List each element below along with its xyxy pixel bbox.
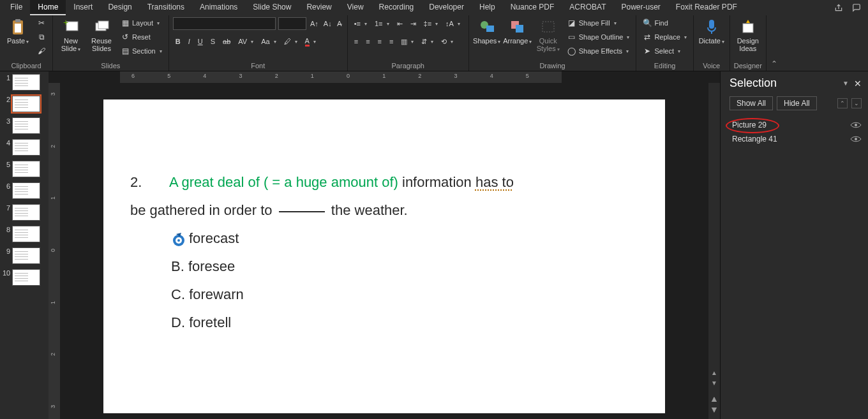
shadow-button[interactable]: S [208, 35, 218, 48]
slide-thumbnail-9[interactable] [12, 247, 40, 264]
selection-item[interactable]: Rectangle 41 [732, 132, 862, 146]
slide-thumbnail-3[interactable] [12, 117, 40, 134]
format-painter-button[interactable]: 🖌 [34, 45, 49, 57]
show-all-button[interactable]: Show All [730, 96, 773, 110]
reuse-slides-button[interactable]: Reuse Slides [87, 17, 116, 54]
shape-outline-button[interactable]: ▭Shape Outline [565, 31, 632, 43]
select-button[interactable]: ➤Select [640, 45, 689, 57]
menu-tab-power-user[interactable]: Power-user [613, 0, 668, 15]
align-left-button[interactable]: ≡ [352, 35, 361, 48]
selection-item[interactable]: Picture 29 [732, 118, 862, 132]
increase-indent-button[interactable]: ⇥ [408, 17, 419, 30]
replace-button[interactable]: ⇄Replace [640, 31, 689, 43]
visibility-toggle-icon[interactable] [850, 121, 862, 129]
justify-button[interactable]: ≡ [387, 35, 396, 48]
slide-thumbnail-6[interactable] [12, 182, 40, 199]
menu-tab-slide-show[interactable]: Slide Show [245, 0, 299, 15]
scroll-down-button[interactable]: ▼ [710, 379, 719, 388]
clear-format-button[interactable]: A̶ [336, 17, 343, 30]
numbering-button[interactable]: 1≡ [372, 17, 392, 30]
paste-button[interactable]: Paste [4, 17, 32, 47]
option-3[interactable]: C. forewarn [171, 281, 640, 309]
menu-tab-animations[interactable]: Animations [192, 0, 245, 15]
quick-styles-button[interactable]: Quick Styles [534, 17, 562, 55]
vertical-scrollbar[interactable]: ▲ ▼ ⯅ ⯆ [708, 83, 720, 419]
menu-tab-review[interactable]: Review [299, 0, 339, 15]
smartart-button[interactable]: ⟲ [438, 35, 456, 48]
menu-tab-transitions[interactable]: Transitions [140, 0, 192, 15]
decrease-font-button[interactable]: A↓ [322, 17, 333, 30]
bring-forward-button[interactable]: ⌃ [837, 98, 848, 108]
close-pane-button[interactable]: ✕ [854, 78, 862, 89]
increase-font-button[interactable]: A↑ [309, 17, 320, 30]
pane-options-button[interactable]: ▼ [842, 80, 849, 87]
shape-effects-button[interactable]: ◯Shape Effects [565, 45, 632, 57]
next-slide-button[interactable]: ⯆ [710, 406, 719, 415]
align-text-button[interactable]: ⇵ [419, 35, 436, 48]
slide-thumbnail-7[interactable] [12, 204, 40, 221]
menu-tab-insert[interactable]: Insert [66, 0, 100, 15]
font-family-combo[interactable] [173, 17, 276, 30]
font-color-button[interactable]: A [303, 35, 318, 48]
char-spacing-button[interactable]: AV [236, 35, 256, 48]
decrease-indent-button[interactable]: ⇤ [394, 17, 405, 30]
visibility-toggle-icon[interactable] [850, 135, 862, 143]
menu-tab-home[interactable]: Home [30, 0, 66, 15]
layout-button[interactable]: ▦Layout [118, 17, 165, 29]
slide-canvas[interactable]: 2. A great deal of ( = a huge amount of)… [103, 99, 665, 413]
vertical-ruler[interactable]: 3210123 [49, 83, 60, 419]
prev-slide-button[interactable]: ⯅ [710, 396, 719, 405]
scroll-up-button[interactable]: ▲ [710, 369, 719, 378]
menu-tab-design[interactable]: Design [100, 0, 139, 15]
slide-thumbnail-10[interactable] [12, 269, 40, 286]
slide-thumbnail-1[interactable] [12, 74, 40, 91]
reset-button[interactable]: ↺Reset [118, 31, 165, 43]
section-button[interactable]: ▤Section [118, 45, 165, 57]
slide-thumbnails[interactable]: 12345678910 [0, 71, 49, 419]
option-1[interactable]: forecast [171, 224, 640, 253]
shape-fill-button[interactable]: ◪Shape Fill [565, 17, 632, 29]
menu-tab-view[interactable]: View [340, 0, 371, 15]
menu-tab-acrobat[interactable]: ACROBAT [562, 0, 613, 15]
italic-button[interactable]: I [186, 35, 193, 48]
bold-button[interactable]: B [173, 35, 183, 48]
copy-button[interactable]: ⧉ [34, 31, 49, 43]
shapes-button[interactable]: Shapes [473, 17, 501, 47]
find-button[interactable]: 🔍Find [640, 17, 689, 29]
menu-tab-file[interactable]: File [3, 0, 30, 15]
text-direction-button[interactable]: ↕A [443, 17, 463, 30]
share-button[interactable] [830, 1, 848, 14]
menu-tab-nuance-pdf[interactable]: Nuance PDF [503, 0, 562, 15]
dictate-button[interactable]: Dictate [698, 17, 726, 47]
highlight-button[interactable]: 🖊 [281, 35, 300, 48]
menu-tab-recording[interactable]: Recording [371, 0, 422, 15]
slide-thumbnail-4[interactable] [12, 139, 40, 156]
send-backward-button[interactable]: ⌄ [851, 98, 862, 108]
question-textbox[interactable]: 2. A great deal of ( = a huge amount of)… [130, 168, 640, 337]
hide-all-button[interactable]: Hide All [777, 96, 817, 110]
strike-button[interactable]: ab [220, 35, 233, 48]
option-2[interactable]: B. foresee [171, 253, 640, 281]
menu-tab-help[interactable]: Help [472, 0, 503, 15]
align-center-button[interactable]: ≡ [363, 35, 372, 48]
slide-thumbnail-2[interactable] [12, 96, 40, 112]
new-slide-button[interactable]: + New Slide [57, 17, 85, 55]
collapse-ribbon-button[interactable]: ⌃ [767, 15, 782, 71]
design-ideas-button[interactable]: Design Ideas [734, 17, 762, 54]
columns-button[interactable]: ▥ [398, 35, 416, 48]
horizontal-ruler[interactable]: 6543210123456 [120, 71, 562, 83]
change-case-button[interactable]: Aa [258, 35, 278, 48]
cut-button[interactable]: ✂ [34, 17, 49, 29]
arrange-button[interactable]: Arrange [504, 17, 532, 47]
comments-button[interactable] [848, 1, 865, 14]
menu-tab-foxit-reader-pdf[interactable]: Foxit Reader PDF [668, 0, 745, 15]
line-spacing-button[interactable]: ‡≡ [421, 17, 441, 30]
bullets-button[interactable]: •≡ [352, 17, 370, 30]
font-size-combo[interactable] [278, 17, 306, 30]
slide-thumbnail-8[interactable] [12, 226, 40, 242]
slide-thumbnail-5[interactable] [12, 161, 40, 177]
option-4[interactable]: D. foretell [171, 309, 640, 337]
slide-stage[interactable]: 2. A great deal of ( = a huge amount of)… [60, 83, 708, 419]
menu-tab-developer[interactable]: Developer [421, 0, 472, 15]
align-right-button[interactable]: ≡ [375, 35, 384, 48]
